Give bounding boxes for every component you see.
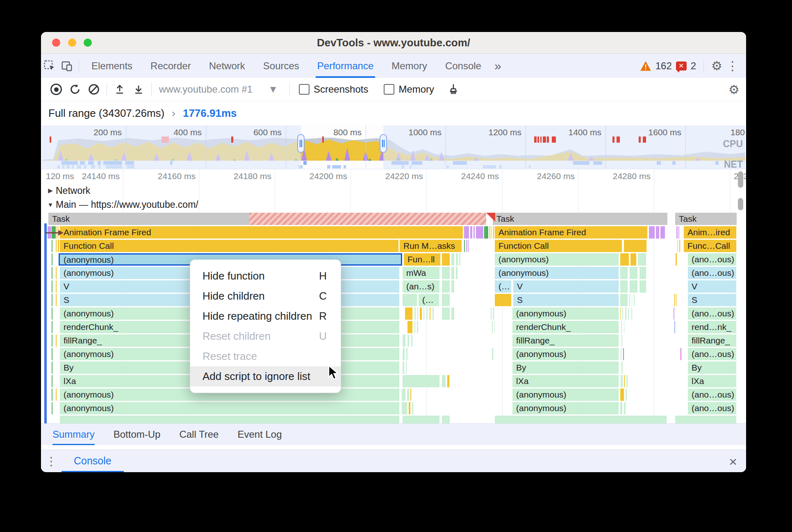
- flame-bar-sliver[interactable]: [417, 307, 419, 320]
- flame-bar[interactable]: (ano…ous): [688, 253, 737, 266]
- network-track-header[interactable]: ▶ Network: [45, 184, 90, 197]
- flame-bar-sliver[interactable]: [630, 253, 637, 266]
- flame-bar-sliver[interactable]: [407, 389, 410, 401]
- flame-bar-sliver[interactable]: [620, 294, 628, 306]
- flame-bar-sliver[interactable]: [492, 321, 493, 333]
- flame-bar-sliver[interactable]: [493, 226, 494, 239]
- close-window-button[interactable]: [52, 39, 60, 47]
- tab-network[interactable]: Network: [207, 54, 247, 78]
- flame-bar[interactable]: By: [512, 361, 619, 374]
- flame-bar-sliver[interactable]: [492, 226, 492, 239]
- flame-bar-sliver[interactable]: [411, 334, 413, 347]
- flame-bar-sliver[interactable]: [52, 253, 52, 266]
- flame-bar-sliver[interactable]: [621, 334, 623, 347]
- flame-bar[interactable]: Animation Frame Fired: [495, 226, 648, 239]
- full-range-crumb[interactable]: Full range (34307.26ms): [48, 107, 164, 120]
- download-profile-icon[interactable]: [130, 81, 147, 98]
- flame-bar-sliver[interactable]: [403, 294, 417, 306]
- flame-bar-sliver[interactable]: [403, 334, 406, 347]
- flame-bar[interactable]: Task: [675, 213, 737, 225]
- flame-bar-sliver[interactable]: [52, 361, 52, 374]
- flame-bar-sliver[interactable]: [640, 280, 646, 293]
- flame-bar[interactable]: fillRange_: [512, 334, 619, 347]
- main-track-header[interactable]: ▼ Main — https://www.youtube.com/: [45, 198, 198, 211]
- flame-bar-sliver[interactable]: [52, 334, 52, 347]
- flame-bar-sliver[interactable]: [451, 253, 455, 266]
- flame-bar-sliver[interactable]: [402, 402, 407, 414]
- flame-bar-sliver[interactable]: [420, 307, 422, 320]
- flame-bar-sliver[interactable]: [464, 240, 465, 252]
- flame-bar-sliver[interactable]: [56, 294, 57, 306]
- flame-bar[interactable]: Fun…ll: [404, 253, 441, 266]
- flame-bar[interactable]: Func…Call: [684, 240, 737, 252]
- details-tab-bottom-up[interactable]: Bottom-Up: [114, 424, 161, 446]
- flame-bar-sliver[interactable]: [403, 348, 405, 360]
- flame-bar[interactable]: rend…nk_: [688, 321, 737, 333]
- flame-bar[interactable]: (ano…ous): [688, 267, 737, 279]
- flame-bar-sliver[interactable]: [414, 307, 416, 320]
- flame-bar-sliver[interactable]: [409, 402, 411, 414]
- flame-bar-sliver[interactable]: [628, 307, 629, 320]
- menu-item-add-script-to-ignore-list[interactable]: Add script to ignore list: [190, 366, 341, 386]
- flame-bar-sliver[interactable]: [52, 280, 52, 293]
- flame-bar-sliver[interactable]: [632, 294, 633, 306]
- flame-bar-sliver[interactable]: [52, 402, 52, 414]
- upload-profile-icon[interactable]: [112, 81, 128, 98]
- flame-bar[interactable]: mWa: [403, 267, 440, 279]
- flame-bar-sliver[interactable]: [476, 226, 483, 239]
- flame-bar-sliver[interactable]: [489, 226, 491, 239]
- flame-bar[interactable]: fillRange_: [688, 334, 737, 347]
- flame-bar-sliver[interactable]: [492, 348, 494, 360]
- flame-bar-sliver[interactable]: [407, 321, 413, 333]
- flame-bar-sliver[interactable]: [405, 307, 413, 320]
- flame-bar-sliver[interactable]: [620, 402, 623, 414]
- flame-bar-sliver[interactable]: [624, 321, 625, 333]
- flame-bar[interactable]: Function Call: [495, 240, 622, 252]
- flame-bar-sliver[interactable]: [631, 307, 633, 320]
- flame-bar-sliver[interactable]: [442, 253, 450, 266]
- vertical-scrollbar-thumb[interactable]: [738, 198, 743, 210]
- flame-bar-sliver[interactable]: [676, 226, 678, 239]
- timeline-overview[interactable]: 200 ms400 ms600 ms800 ms1000 ms1200 ms14…: [42, 125, 745, 169]
- flame-bar-sliver[interactable]: [52, 307, 52, 320]
- flame-bar-sliver[interactable]: [52, 240, 52, 252]
- flame-bar-sliver[interactable]: [675, 416, 737, 423]
- flame-bar-sliver[interactable]: [414, 321, 416, 333]
- menu-item-hide-function[interactable]: Hide functionH: [190, 266, 341, 286]
- maximize-window-button[interactable]: [84, 39, 92, 47]
- tab-elements[interactable]: Elements: [90, 54, 134, 78]
- flame-bar[interactable]: (an…s): [403, 280, 440, 293]
- flame-bar-sliver[interactable]: [403, 416, 440, 423]
- screenshots-checkbox[interactable]: Screenshots: [299, 84, 378, 95]
- flame-bar-sliver[interactable]: [468, 240, 469, 252]
- flame-bar[interactable]: (anonymous): [512, 402, 619, 414]
- flame-bar-sliver[interactable]: [60, 416, 400, 423]
- flame-bar-sliver[interactable]: [52, 375, 52, 387]
- flame-bar-sliver[interactable]: [58, 240, 59, 252]
- selection-handle-right[interactable]: [380, 134, 387, 153]
- flame-bar[interactable]: (ano…ous): [688, 348, 737, 360]
- flame-bar-sliver[interactable]: [406, 361, 407, 374]
- flame-bar[interactable]: (ano…ous): [688, 402, 737, 414]
- flame-bar[interactable]: Anim…ired: [684, 226, 737, 239]
- flame-bar-sliver[interactable]: [456, 253, 458, 266]
- flame-bar[interactable]: (anonymous): [495, 267, 619, 279]
- flame-bar-sliver[interactable]: [626, 375, 628, 387]
- menu-item-hide-repeating-children[interactable]: Hide repeating childrenR: [190, 306, 341, 326]
- flame-bar-sliver[interactable]: [56, 280, 57, 293]
- flame-bar-sliver[interactable]: [634, 294, 635, 306]
- flame-bar-sliver[interactable]: [623, 348, 624, 360]
- memory-checkbox[interactable]: Memory: [384, 84, 444, 95]
- flame-bar-sliver[interactable]: [621, 361, 623, 374]
- flame-bar-sliver[interactable]: [52, 321, 52, 333]
- flame-bar[interactable]: V: [688, 280, 737, 293]
- menu-item-hide-children[interactable]: Hide childrenC: [190, 286, 341, 306]
- flame-bar-sliver[interactable]: [674, 294, 676, 306]
- record-button[interactable]: [48, 81, 64, 98]
- flame-bar-sliver[interactable]: [451, 307, 455, 320]
- flame-bar[interactable]: S: [688, 294, 737, 306]
- flame-bar[interactable]: V: [513, 280, 619, 293]
- inspect-element-icon[interactable]: [43, 54, 57, 78]
- flame-bar-sliver[interactable]: [679, 240, 680, 252]
- flame-bar-sliver[interactable]: [56, 267, 57, 279]
